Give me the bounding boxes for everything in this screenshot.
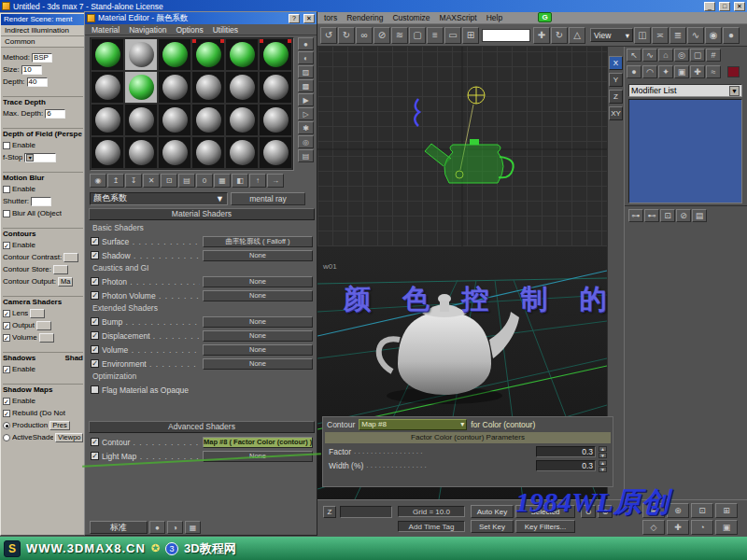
material-slot-6[interactable]	[259, 38, 292, 71]
zoom-extents-icon[interactable]: ⊡	[691, 503, 713, 518]
motion-tab-icon[interactable]: ◎	[674, 49, 689, 62]
material-slot-22[interactable]	[191, 136, 225, 169]
radio-button[interactable]	[3, 422, 10, 429]
select-by-name-icon[interactable]: ≡	[427, 27, 444, 44]
create-tab-icon[interactable]: ↖	[627, 49, 641, 62]
dialog-tab-indirect-illumination[interactable]: Indirect Illumination	[1, 25, 85, 36]
dialog-tab-common[interactable]: Common	[1, 36, 85, 48]
render-scene-icon[interactable]: ◉	[705, 27, 722, 44]
select-scale-icon[interactable]: △	[569, 27, 585, 44]
maximize-icon[interactable]: □	[719, 2, 730, 11]
map-button[interactable]: Ma	[58, 277, 73, 287]
layer-manager-icon[interactable]: ≣	[669, 27, 686, 44]
sample-ball-icon[interactable]: ●	[149, 521, 165, 534]
checkbox[interactable]: ✓	[91, 277, 99, 286]
close-icon[interactable]: ✕	[734, 2, 745, 11]
material-slot-2[interactable]	[124, 38, 158, 71]
checkbox[interactable]: ✓	[91, 291, 99, 300]
checkbox[interactable]	[91, 385, 99, 394]
material-slot-16[interactable]	[191, 104, 225, 136]
display-tab-icon[interactable]: ▢	[690, 49, 705, 62]
quick-render-icon[interactable]: ●	[723, 27, 740, 44]
axis-button-z[interactable]: Z	[609, 90, 623, 104]
menu-rendering[interactable]: Rendering	[342, 13, 388, 22]
material-id-icon[interactable]: 0	[196, 174, 213, 188]
key-filters-button[interactable]: Key Filters...	[515, 520, 575, 533]
shader-map-button-environment[interactable]: None	[203, 358, 313, 370]
color-swatch[interactable]	[727, 66, 740, 77]
shapes-icon[interactable]: ◠	[642, 65, 657, 78]
checkbox[interactable]: ✓	[3, 310, 10, 317]
material-slot-9[interactable]	[158, 71, 191, 104]
map-button[interactable]	[63, 253, 78, 262]
combo-box[interactable]: ▾	[24, 153, 56, 162]
checkbox[interactable]: ✓	[91, 331, 99, 340]
select-by-material-icon[interactable]: ◎	[298, 135, 314, 148]
material-slot-23[interactable]	[225, 136, 259, 169]
spacewarps-icon[interactable]: ≈	[706, 65, 721, 78]
material-slot-21[interactable]	[158, 136, 191, 169]
remove-modifier-icon[interactable]: ⊘	[676, 209, 691, 222]
lights-icon[interactable]: ✦	[658, 65, 673, 78]
zoom-extents-all-icon[interactable]: ⊞	[715, 503, 738, 518]
checkbox[interactable]: ✓	[3, 410, 10, 417]
shader-map-button-surface[interactable]: 曲率轮廓线 ( Falloff )	[203, 236, 313, 247]
backlight-small-icon[interactable]: ◑	[167, 521, 183, 534]
checkbox[interactable]: ✓	[3, 334, 10, 342]
window-crossing-icon[interactable]: ⊞	[462, 27, 479, 44]
material-editor-titlebar[interactable]: Material Editor - 颜色系数 ? ✕	[85, 12, 317, 24]
shader-map-button-displacement[interactable]: None	[203, 330, 313, 342]
checkbox[interactable]: ✓	[91, 359, 99, 368]
show-end-result-stack-icon[interactable]: ⊷	[644, 209, 659, 222]
menu-tors[interactable]: tors	[319, 13, 342, 22]
map-button[interactable]	[36, 321, 51, 330]
dialog-titlebar[interactable]: Render Scene: ment	[1, 14, 85, 25]
width-input[interactable]: 0.3	[536, 460, 596, 471]
map-button[interactable]: Pres	[49, 421, 69, 430]
get-material-icon[interactable]: ◉	[90, 174, 106, 188]
shader-map-button-photon-volume[interactable]: None	[203, 290, 313, 301]
menu-customize[interactable]: Customize	[388, 13, 434, 22]
material-slot-19[interactable]	[91, 136, 124, 169]
go-to-parent-icon[interactable]: ↑	[249, 174, 266, 188]
menu-options[interactable]: Options	[171, 25, 207, 35]
fov-icon[interactable]: ◇	[642, 520, 665, 535]
width-spinner[interactable]: ▲▼	[599, 460, 607, 471]
contour-map-dropdown[interactable]: Map #8 ▾	[359, 419, 467, 430]
material-slot-11[interactable]	[225, 71, 259, 104]
material-slot-24[interactable]	[259, 136, 292, 169]
align-icon[interactable]: ≍	[652, 27, 669, 44]
menu-maxscript[interactable]: MAXScript	[435, 13, 482, 22]
rollout-material-shaders[interactable]: Material Shaders	[89, 208, 315, 220]
menu-utilities[interactable]: Utilities	[208, 25, 243, 35]
sample-type-icon[interactable]: ●	[298, 37, 314, 50]
checkbox[interactable]: ✓	[91, 251, 99, 259]
menu-navigation[interactable]: Navigation	[124, 25, 171, 35]
min-max-toggle-icon[interactable]: ▣	[715, 520, 738, 535]
input-field[interactable]: 6	[45, 109, 65, 119]
helpers-icon[interactable]: ✚	[690, 65, 705, 78]
checker-icon[interactable]: ▦	[185, 521, 201, 534]
pan-icon[interactable]: ✚	[667, 520, 689, 535]
checkbox[interactable]: ✓	[3, 242, 10, 249]
checkbox[interactable]	[3, 142, 10, 149]
unlink-icon[interactable]: ⊘	[374, 27, 390, 44]
material-slot-3[interactable]	[158, 38, 191, 71]
input-field[interactable]	[31, 197, 51, 206]
checkbox[interactable]	[3, 210, 10, 217]
reset-map-icon[interactable]: ✕	[143, 174, 160, 188]
rollout-advanced-shaders[interactable]: Advanced Shaders	[89, 421, 315, 433]
factor-input[interactable]: 0.3	[536, 446, 596, 457]
shader-map-button-contour[interactable]: Map #8 ( Factor Color (contour) )	[203, 437, 313, 448]
select-link-icon[interactable]: ∞	[356, 27, 373, 44]
shader-map-button-bump[interactable]: None	[203, 316, 313, 328]
close-icon[interactable]: ✕	[303, 14, 315, 23]
material-slot-4[interactable]	[191, 38, 225, 71]
input-field[interactable]: BSP	[32, 53, 52, 63]
set-key-button[interactable]: Set Key	[471, 520, 514, 533]
shader-map-button-shadow[interactable]: None	[203, 250, 313, 261]
put-to-library-icon[interactable]: ▤	[178, 174, 195, 188]
zoom-all-icon[interactable]: ⊛	[667, 503, 689, 518]
hierarchy-tab-icon[interactable]: ⌂	[658, 49, 673, 62]
put-to-scene-icon[interactable]: ↥	[107, 174, 124, 188]
